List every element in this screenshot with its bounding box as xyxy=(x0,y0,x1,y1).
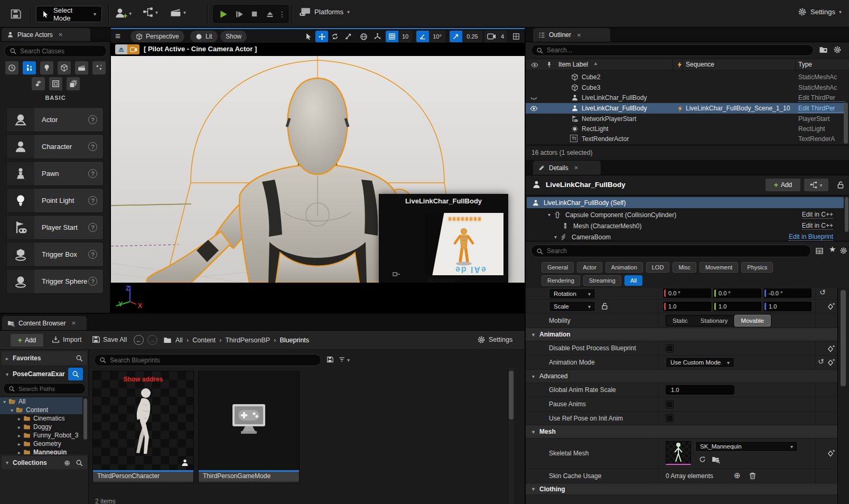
blueprints-dropdown[interactable]: ▾ xyxy=(143,7,158,17)
viewport-menu-button[interactable]: ≡ xyxy=(115,31,120,42)
add-actor-dropdown[interactable]: +▾ xyxy=(114,6,132,20)
category-cinematic[interactable] xyxy=(75,61,88,74)
rotation-y-field[interactable]: 0.0 ° xyxy=(713,288,761,298)
tree-item-geometry[interactable]: ▸Geometry xyxy=(0,440,82,448)
row-type-link[interactable]: Edit ThirdPer xyxy=(798,105,845,113)
play-options-button[interactable]: ⋮ xyxy=(277,10,287,18)
search-classes-field[interactable] xyxy=(20,48,101,55)
close-icon[interactable]: × xyxy=(577,31,581,39)
column-item-label[interactable]: Item Label xyxy=(558,61,588,68)
filter-general[interactable]: General xyxy=(542,262,574,273)
filter-physics[interactable]: Physics xyxy=(741,262,773,273)
world-coordinate-button[interactable] xyxy=(357,31,370,42)
camera-speed-button[interactable] xyxy=(484,31,498,42)
mobility-static[interactable]: Static xyxy=(666,315,694,326)
edit-in-blueprint-link[interactable]: Edit in Blueprint xyxy=(789,233,833,241)
tree-item-content[interactable]: ▾Content xyxy=(0,406,82,414)
close-icon[interactable]: × xyxy=(71,319,76,327)
filter-lod[interactable]: LOD xyxy=(646,262,670,273)
add-content-button[interactable]: + Add xyxy=(11,334,43,347)
display-mode-button[interactable] xyxy=(815,247,824,255)
chevron-down-icon[interactable]: ▾ xyxy=(554,234,557,240)
rotation-snap-value[interactable]: 10° xyxy=(429,31,445,42)
category-recent[interactable] xyxy=(5,61,18,74)
rotation-x-field[interactable]: 0.0 ° xyxy=(663,288,711,298)
rotation-z-field[interactable]: -0.0 ° xyxy=(763,288,811,298)
maximize-viewport-button[interactable] xyxy=(510,31,523,42)
pilot-camera-button[interactable] xyxy=(127,44,139,54)
create-binding-icon[interactable] xyxy=(827,358,835,367)
close-icon[interactable]: × xyxy=(59,31,63,39)
outliner-row[interactable]: LiveLinkChar_FullBody Edit ThirdPer xyxy=(526,92,846,103)
assets-scrollbar[interactable] xyxy=(509,371,514,419)
place-actor-item[interactable]: Trigger Box ? xyxy=(6,242,104,267)
category-basic[interactable] xyxy=(23,61,36,74)
help-icon[interactable]: ? xyxy=(88,277,97,286)
component-row[interactable]: Mesh (CharacterMesh0) Edit in C++ xyxy=(526,220,845,231)
breadcrumb-thirdpersonbp[interactable]: ThirdPersonBP xyxy=(225,337,270,344)
scale-snap-button[interactable] xyxy=(450,31,462,42)
disable-post-process-checkbox[interactable] xyxy=(666,344,674,352)
tree-item-funny-robot[interactable]: ▸Funny_Robot_3 xyxy=(0,431,82,440)
component-tree-scrollbar[interactable] xyxy=(845,197,848,232)
search-paths-input[interactable] xyxy=(3,383,86,394)
component-row-selected[interactable]: LiveLinkChar_FullBody (Self) xyxy=(527,197,844,208)
skeletal-mesh-thumbnail[interactable] xyxy=(666,441,691,465)
stop-piloting-button[interactable] xyxy=(115,44,127,54)
save-search-button[interactable] xyxy=(326,356,333,363)
add-component-button[interactable]: + Add xyxy=(766,179,800,191)
trash-icon[interactable] xyxy=(749,472,757,480)
place-actor-item[interactable]: Actor ? xyxy=(6,107,104,132)
outliner-row[interactable]: RectLight RectLight xyxy=(526,124,846,134)
collections-section[interactable]: ▾ Collections ⊕ xyxy=(2,456,87,469)
component-row[interactable]: ▾ CameraBoom Edit in Blueprint xyxy=(526,231,845,241)
mobility-stationary[interactable]: Stationary xyxy=(694,315,734,326)
add-element-icon[interactable]: ⊕ xyxy=(734,471,741,480)
add-collection-icon[interactable]: ⊕ xyxy=(64,459,70,467)
show-dropdown[interactable]: Show xyxy=(220,31,247,42)
project-search-button[interactable] xyxy=(68,368,83,380)
search-classes-input[interactable] xyxy=(4,45,107,57)
help-icon[interactable]: ? xyxy=(88,142,97,151)
tab-details[interactable]: Details × xyxy=(533,161,601,175)
lock-open-icon[interactable] xyxy=(601,302,609,310)
eye-icon[interactable] xyxy=(531,61,538,69)
save-all-button[interactable]: Save All xyxy=(92,335,127,343)
place-actor-item[interactable]: Player Start ? xyxy=(6,215,104,240)
category-effects[interactable] xyxy=(92,61,106,74)
tree-item-cinematics[interactable]: ▸Cinematics xyxy=(0,414,82,423)
scale-snap-value[interactable]: 0.25 xyxy=(462,31,482,42)
asset-tile-thirdpersongamemode[interactable]: ThirdPersonGameMode xyxy=(198,371,300,483)
help-icon[interactable]: ? xyxy=(88,115,97,124)
grid-snap-value[interactable]: 10 xyxy=(398,31,412,42)
rotate-tool-button[interactable] xyxy=(329,31,341,42)
favorites-star-icon[interactable]: ★ xyxy=(829,245,836,254)
category-all-classes[interactable] xyxy=(67,77,80,90)
revert-icon[interactable]: ↺ xyxy=(818,357,824,366)
rotation-snap-button[interactable] xyxy=(416,31,429,42)
section-clothing[interactable]: ▾Clothing xyxy=(526,483,837,495)
play-button[interactable] xyxy=(215,10,231,19)
filter-misc[interactable]: Misc xyxy=(673,262,696,273)
outliner-settings-button[interactable] xyxy=(833,45,842,54)
camera-preview-overlay[interactable]: LiveLinkChar_FullBody xyxy=(379,194,508,283)
platforms-dropdown[interactable]: Platforms ▾ xyxy=(299,7,350,16)
outliner-search-input[interactable] xyxy=(531,44,814,56)
mobility-movable[interactable]: Movable xyxy=(734,315,771,326)
place-actor-item[interactable]: Point Light ? xyxy=(6,188,104,213)
row-type-link[interactable]: Edit ThirdPer xyxy=(798,94,845,102)
back-button[interactable]: ← xyxy=(134,335,144,345)
section-mesh[interactable]: ▾Mesh xyxy=(526,425,837,438)
revert-icon[interactable]: ↺ xyxy=(819,288,826,296)
outliner-row[interactable]: NetworkPlayerStart PlayerStart xyxy=(526,114,846,124)
help-icon[interactable]: ? xyxy=(88,250,97,259)
outliner-search-field[interactable] xyxy=(547,46,808,54)
breadcrumb-content[interactable]: Content xyxy=(192,337,216,344)
search-icon[interactable] xyxy=(76,459,83,466)
pin-column-icon[interactable] xyxy=(546,61,553,68)
new-folder-button[interactable] xyxy=(819,45,828,54)
column-sequence[interactable]: Sequence xyxy=(686,61,714,68)
scale-tool-button[interactable] xyxy=(342,31,354,42)
edit-in-cpp-link[interactable]: Edit in C++ xyxy=(802,222,833,230)
cb-settings-button[interactable]: Settings xyxy=(477,335,512,344)
